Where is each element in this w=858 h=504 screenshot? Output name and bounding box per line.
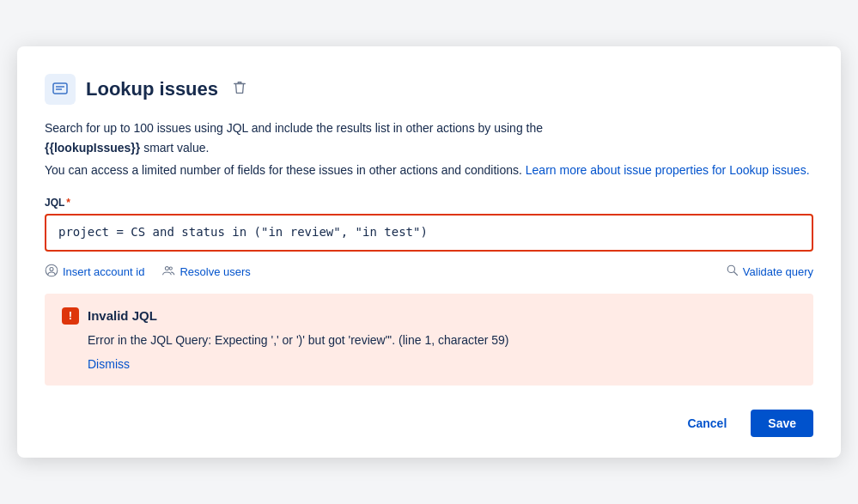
error-title: Invalid JQL [88, 308, 157, 323]
error-message: Error in the JQL Query: Expecting ',' or… [88, 331, 796, 349]
required-indicator: * [66, 197, 70, 209]
jql-input[interactable]: project = CS and status in ("in review",… [45, 214, 813, 252]
lookup-icon [45, 74, 76, 105]
error-box: Invalid JQL Error in the JQL Query: Expe… [45, 294, 813, 386]
save-button[interactable]: Save [751, 410, 813, 437]
svg-point-6 [170, 267, 173, 270]
resolve-users-link[interactable]: Resolve users [161, 264, 250, 280]
dismiss-link[interactable]: Dismiss [88, 357, 130, 371]
learn-more-link[interactable]: Learn more about issue properties for Lo… [526, 163, 810, 177]
person-circle-icon [45, 264, 58, 280]
insert-account-id-link[interactable]: Insert account id [45, 264, 144, 280]
smart-value-text: {{lookupIssues}} [45, 141, 140, 155]
description-line1: Search for up to 100 issues using JQL an… [45, 118, 813, 157]
error-header: Invalid JQL [62, 307, 796, 325]
jql-actions-left: Insert account id Resolve users [45, 264, 251, 280]
svg-point-7 [727, 266, 734, 273]
people-icon [161, 264, 175, 280]
modal-container: Lookup issues Search for up to 100 issue… [17, 46, 841, 458]
description-line2: You can access a limited number of field… [45, 161, 813, 179]
search-icon [726, 264, 739, 279]
modal-footer: Cancel Save [45, 410, 813, 437]
error-icon [62, 307, 79, 325]
cancel-button[interactable]: Cancel [673, 410, 740, 437]
page-title: Lookup issues [86, 78, 218, 100]
delete-icon[interactable] [232, 80, 247, 100]
validate-query-link[interactable]: Validate query [726, 264, 813, 279]
svg-line-8 [734, 272, 738, 276]
modal-header: Lookup issues [45, 74, 813, 105]
jql-actions-row: Insert account id Resolve users [45, 264, 813, 280]
svg-point-5 [166, 266, 169, 270]
svg-point-4 [50, 267, 53, 270]
jql-field-label: JQL * [45, 197, 813, 209]
svg-rect-0 [53, 83, 67, 94]
